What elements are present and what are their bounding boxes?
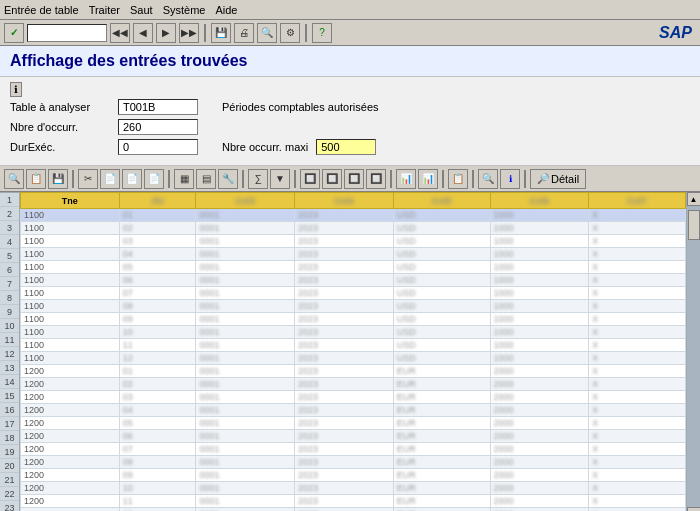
- sep1: [204, 24, 206, 42]
- table-row[interactable]: 11000500012023USD1000X: [21, 261, 686, 274]
- table-row[interactable]: 12000500012023EUR2000X: [21, 417, 686, 430]
- alv-sep6: [442, 170, 444, 188]
- alv-btn-21[interactable]: ℹ: [500, 169, 520, 189]
- alv-btn-19[interactable]: 📋: [448, 169, 468, 189]
- alv-btn-7[interactable]: 📄: [144, 169, 164, 189]
- alv-btn-16[interactable]: 🔲: [366, 169, 386, 189]
- command-input[interactable]: [27, 24, 107, 42]
- alv-btn-4[interactable]: ✂: [78, 169, 98, 189]
- menu-entree[interactable]: Entrée de table: [4, 4, 79, 16]
- alv-btn-20[interactable]: 🔍: [478, 169, 498, 189]
- table-cell: 03: [119, 235, 196, 248]
- table-row[interactable]: 12000400012023EUR2000X: [21, 404, 686, 417]
- table-cell: 1000: [490, 339, 589, 352]
- table-row[interactable]: 11000300012023USD1000X: [21, 235, 686, 248]
- col-header-5[interactable]: Col6: [490, 193, 589, 209]
- table-cell: 0001: [196, 482, 295, 495]
- table-row[interactable]: 11001200012023USD1000X: [21, 352, 686, 365]
- vertical-scrollbar[interactable]: ▲ ▼: [686, 192, 700, 511]
- table-cell: 0001: [196, 352, 295, 365]
- table-cell: 2023: [295, 443, 394, 456]
- table-row[interactable]: 11000900012023USD1000X: [21, 313, 686, 326]
- scroll-up[interactable]: ▲: [687, 192, 701, 206]
- check-button[interactable]: ✓: [4, 23, 24, 43]
- durexec-value: 0: [118, 139, 198, 155]
- table-cell: 1000: [490, 352, 589, 365]
- nav-last[interactable]: ▶▶: [179, 23, 199, 43]
- table-row[interactable]: 12000800012023EUR2000X: [21, 456, 686, 469]
- alv-btn-15[interactable]: 🔲: [344, 169, 364, 189]
- alv-sep4: [294, 170, 296, 188]
- alv-btn-6[interactable]: 📄: [122, 169, 142, 189]
- table-row[interactable]: 12000200012023EUR2000X: [21, 378, 686, 391]
- save-button[interactable]: 💾: [211, 23, 231, 43]
- col-header-4[interactable]: Col5: [393, 193, 490, 209]
- table-row[interactable]: 11001100012023USD1000X: [21, 339, 686, 352]
- nav-prev[interactable]: ◀: [133, 23, 153, 43]
- info-icon[interactable]: ℹ: [10, 82, 22, 97]
- table-cell: X: [589, 274, 686, 287]
- table-row[interactable]: 11000400012023USD1000X: [21, 248, 686, 261]
- alv-btn-11[interactable]: ∑: [248, 169, 268, 189]
- scroll-thumb-v[interactable]: [688, 210, 700, 240]
- table-cell: 0001: [196, 326, 295, 339]
- table-cell: 0001: [196, 443, 295, 456]
- row-index: 17: [0, 417, 19, 431]
- table-row[interactable]: 12000300012023EUR2000X: [21, 391, 686, 404]
- table-cell: EUR: [393, 417, 490, 430]
- alv-btn-9[interactable]: ▤: [196, 169, 216, 189]
- scroll-down[interactable]: ▼: [687, 507, 701, 511]
- table-row[interactable]: 11000100012023USD1000X: [21, 209, 686, 222]
- alv-btn-1[interactable]: 🔍: [4, 169, 24, 189]
- settings-button[interactable]: ⚙: [280, 23, 300, 43]
- table-row[interactable]: 11001000012023USD1000X: [21, 326, 686, 339]
- alv-btn-10[interactable]: 🔧: [218, 169, 238, 189]
- table-cell: 2023: [295, 508, 394, 512]
- alv-btn-2[interactable]: 📋: [26, 169, 46, 189]
- help-button[interactable]: ?: [312, 23, 332, 43]
- scroll-track-v[interactable]: [687, 206, 701, 507]
- alv-btn-12[interactable]: ▼: [270, 169, 290, 189]
- alv-btn-8[interactable]: ▦: [174, 169, 194, 189]
- menu-traiter[interactable]: Traiter: [89, 4, 120, 16]
- table-row[interactable]: 11000600012023USD1000X: [21, 274, 686, 287]
- table-row[interactable]: 12001200012023EUR2000X: [21, 508, 686, 512]
- col-header-2[interactable]: Col3: [196, 193, 295, 209]
- detail-button[interactable]: 🔎 Détail: [530, 169, 586, 189]
- table-row[interactable]: 12000100012023EUR2000X: [21, 365, 686, 378]
- table-row[interactable]: 12000700012023EUR2000X: [21, 443, 686, 456]
- table-row[interactable]: 12001000012023EUR2000X: [21, 482, 686, 495]
- table-cell: 1200: [21, 508, 120, 512]
- alv-btn-14[interactable]: 🔲: [322, 169, 342, 189]
- table-cell: 04: [119, 404, 196, 417]
- alv-btn-18[interactable]: 📊: [418, 169, 438, 189]
- table-row[interactable]: 12000900012023EUR2000X: [21, 469, 686, 482]
- col-header-3[interactable]: Col4: [295, 193, 394, 209]
- menu-systeme[interactable]: Système: [163, 4, 206, 16]
- nav-next[interactable]: ▶: [156, 23, 176, 43]
- find-button[interactable]: 🔍: [257, 23, 277, 43]
- alv-btn-3[interactable]: 💾: [48, 169, 68, 189]
- table-cell: 10: [119, 326, 196, 339]
- table-row[interactable]: 12001100012023EUR2000X: [21, 495, 686, 508]
- table-cell: 1100: [21, 274, 120, 287]
- row-index: 10: [0, 319, 19, 333]
- col-header-0[interactable]: Tne: [21, 193, 120, 209]
- table-row[interactable]: 11000700012023USD1000X: [21, 287, 686, 300]
- table-row[interactable]: 12000600012023EUR2000X: [21, 430, 686, 443]
- table-cell: 0001: [196, 430, 295, 443]
- table-cell: 0001: [196, 391, 295, 404]
- row-index: 4: [0, 235, 19, 249]
- table-row[interactable]: 11000200012023USD1000X: [21, 222, 686, 235]
- detail-label: Détail: [551, 173, 579, 185]
- print-button[interactable]: 🖨: [234, 23, 254, 43]
- menu-aide[interactable]: Aide: [215, 4, 237, 16]
- nav-first[interactable]: ◀◀: [110, 23, 130, 43]
- alv-btn-17[interactable]: 📊: [396, 169, 416, 189]
- menu-saut[interactable]: Saut: [130, 4, 153, 16]
- col-header-6[interactable]: Col7: [589, 193, 686, 209]
- col-header-1[interactable]: Jhr: [119, 193, 196, 209]
- table-row[interactable]: 11000800012023USD1000X: [21, 300, 686, 313]
- alv-btn-5[interactable]: 📄: [100, 169, 120, 189]
- alv-btn-13[interactable]: 🔲: [300, 169, 320, 189]
